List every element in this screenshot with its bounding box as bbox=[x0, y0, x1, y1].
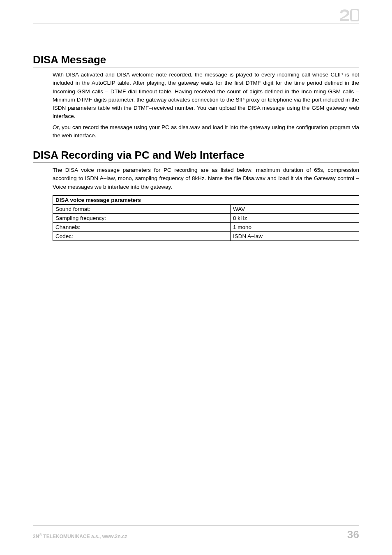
table-cell-label: Channels: bbox=[53, 222, 231, 231]
table-row: Codec: ISDN A–law bbox=[53, 231, 359, 240]
section-divider bbox=[33, 67, 359, 67]
page-footer: 2N® TELEKOMUNIKACE a.s., www.2n.cz 36 bbox=[33, 525, 359, 541]
svg-rect-0 bbox=[351, 9, 359, 21]
footer-company: 2N® TELEKOMUNIKACE a.s., www.2n.cz bbox=[33, 533, 127, 539]
disa-parameters-table: DISA voice message parameters Sound form… bbox=[53, 195, 359, 241]
table-cell-value: WAV bbox=[231, 204, 359, 213]
page-content: DISA Message With DISA activated and DIS… bbox=[33, 53, 359, 241]
section-divider bbox=[33, 162, 359, 163]
brand-logo-icon bbox=[339, 9, 359, 23]
table-row: Sampling frequency: 8 kHz bbox=[53, 213, 359, 222]
table-cell-label: Sound format: bbox=[53, 204, 231, 213]
table-header-row: DISA voice message parameters bbox=[53, 195, 359, 204]
table-cell-label: Sampling frequency: bbox=[53, 213, 231, 222]
table-cell-label: Codec: bbox=[53, 231, 231, 240]
table-row: Channels: 1 mono bbox=[53, 222, 359, 231]
header-divider bbox=[33, 23, 359, 23]
table-header-cell: DISA voice message parameters bbox=[53, 195, 359, 204]
table-cell-value: 8 kHz bbox=[231, 213, 359, 222]
table-cell-value: 1 mono bbox=[231, 222, 359, 231]
section-heading-disa-message: DISA Message bbox=[33, 53, 359, 66]
section-heading-disa-recording: DISA Recording via PC and Web Interface bbox=[33, 149, 359, 162]
paragraph: Or, you can record the message using you… bbox=[53, 123, 359, 140]
footer-divider bbox=[33, 525, 359, 526]
page-number: 36 bbox=[347, 528, 359, 541]
paragraph: With DISA activated and DISA welcome not… bbox=[53, 71, 359, 121]
paragraph: The DISA voice message parameters for PC… bbox=[53, 166, 359, 191]
table-row: Sound format: WAV bbox=[53, 204, 359, 213]
table-cell-value: ISDN A–law bbox=[231, 231, 359, 240]
